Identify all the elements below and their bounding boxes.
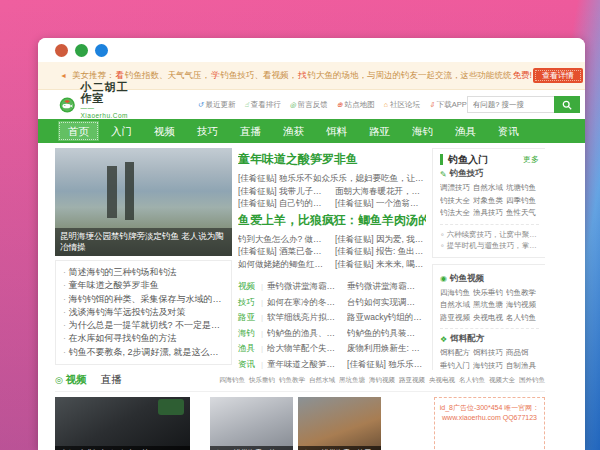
list-item[interactable]: 童年味道之酸笋罗非鱼: [63, 279, 224, 292]
news-link[interactable]: [佳肴征贴] 自己钓的鱼，就...: [238, 197, 329, 210]
channel-link[interactable]: 视频大全: [489, 376, 515, 385]
news-link[interactable]: 垂钓微讲堂海霸王第四...: [347, 279, 423, 295]
sidebar-link[interactable]: 饵料配方: [440, 347, 473, 360]
sidebar-link[interactable]: 垂钓入门: [440, 360, 473, 371]
channel-link[interactable]: 四海钓鱼: [219, 376, 245, 385]
list-item[interactable]: 简述海钓的三种钓场和钓法: [63, 266, 224, 279]
nav-item-news[interactable]: 资讯: [488, 121, 529, 141]
news-link[interactable]: [佳肴征贴] 因为爱, 我为家...: [335, 233, 426, 246]
more-link[interactable]: 更多: [523, 154, 539, 165]
sidebar-link[interactable]: 快乐垂钓: [473, 287, 506, 300]
news-link[interactable]: 钓到大鱼怎么办? 做个酸菜...: [238, 233, 329, 246]
news-link[interactable]: 童年味道之酸笋罗非鱼: [267, 357, 343, 371]
news-link[interactable]: [佳肴征贴] 酒菜已备好, 快...: [238, 245, 329, 258]
sidebar-link[interactable]: 名人钓鱼: [506, 312, 539, 325]
category-label-video[interactable]: 视频: [238, 279, 257, 295]
channel-link[interactable]: 海钓视频: [369, 376, 395, 385]
channel-link[interactable]: 路亚视频: [399, 376, 425, 385]
channel-link[interactable]: 钓鱼教学: [279, 376, 305, 385]
channel-link[interactable]: 黑坑鱼塘: [339, 376, 365, 385]
news-headline-1[interactable]: 童年味道之酸笋罗非鱼: [238, 152, 426, 167]
nav-item-video[interactable]: 视频: [144, 121, 185, 141]
nav-item-sea[interactable]: 海钓: [402, 121, 443, 141]
category-label-skills[interactable]: 技巧: [238, 295, 257, 311]
sidebar-link[interactable]: 商品饵: [506, 347, 539, 360]
news-link[interactable]: [佳肴征贴] 来来来, 喝完这...: [335, 258, 426, 271]
sidebar-link[interactable]: 海钓视频: [506, 299, 539, 312]
news-link[interactable]: [佳肴征贴] 独乐乐不如...: [347, 357, 423, 371]
nav-item-lure[interactable]: 路亚: [359, 121, 400, 141]
news-link[interactable]: [佳肴征贴] 一个渔翁一钓钩...: [335, 197, 426, 210]
link-recent-updates[interactable]: ↺最近更新: [198, 100, 236, 110]
ad-placeholder[interactable]: id_8广告位-300*454 唯一官网： www.xiaoerhu.com Q…: [434, 397, 545, 450]
sidebar-link[interactable]: 海钓技巧: [473, 360, 506, 371]
sidebar-link[interactable]: 自然水域: [440, 299, 473, 312]
news-link[interactable]: 如何做姥姥的鲫鱼红枣汤...: [238, 258, 329, 271]
channel-link[interactable]: 快乐垂钓: [249, 376, 275, 385]
sidebar-link[interactable]: 坑塘钓鱼: [506, 182, 539, 195]
nav-item-live[interactable]: 直播: [230, 121, 271, 141]
channel-link[interactable]: 自然水域: [309, 376, 335, 385]
list-item[interactable]: 海钓钓饵的种类、采集保存与水域的运用: [63, 293, 224, 306]
sidebar-article-link[interactable]: 六种续窝技巧，让窝中聚满鱼: [440, 229, 539, 241]
sidebar-link[interactable]: 路亚视频: [440, 312, 473, 325]
news-link[interactable]: 钓鲈鱼的钓具装备选用...: [347, 326, 423, 342]
news-link[interactable]: 废物利用焕新生: 小编...: [347, 341, 423, 357]
news-link[interactable]: 路亚wacky钓组的配置...: [347, 310, 423, 326]
search-button[interactable]: [554, 96, 580, 113]
notice-detail-button[interactable]: 查看详情: [533, 68, 583, 83]
channel-link[interactable]: 名人钓鱼: [459, 376, 485, 385]
nav-item-catch[interactable]: 渔获: [273, 121, 314, 141]
sidebar-link[interactable]: 渔具技巧: [473, 207, 506, 220]
news-link[interactable]: 台钓如何实现调四钓二...: [347, 295, 423, 311]
news-link[interactable]: 钓鲈鱼的渔具、饵料...: [267, 326, 343, 342]
list-item[interactable]: 在水库如何寻找钓鱼的方法: [63, 332, 224, 345]
video-card[interactable]: 垂钓微讲堂海霸王第五期 千...: [210, 397, 293, 450]
link-feedback[interactable]: ◎留言反馈: [290, 100, 328, 110]
sidebar-link[interactable]: 钓法大全: [440, 207, 473, 220]
sidebar-link[interactable]: 调漂技巧: [440, 182, 473, 195]
list-item[interactable]: 浅谈海钓海竿远投钓法及对策: [63, 306, 224, 319]
news-link[interactable]: [佳肴征贴] 我带儿子入坑之...: [238, 185, 329, 198]
sidebar-link[interactable]: 钓鱼教学: [506, 287, 539, 300]
sidebar-link[interactable]: 四季钓鱼: [506, 195, 539, 208]
nav-item-home[interactable]: 首页: [58, 121, 99, 141]
sidebar-link[interactable]: 黑坑鱼塘: [473, 299, 506, 312]
window-maximize-button[interactable]: [95, 44, 108, 57]
tab-live[interactable]: 直播: [101, 373, 122, 387]
window-minimize-button[interactable]: [75, 44, 88, 57]
news-link[interactable]: 如何在寒冷的冬天里钓...: [267, 295, 343, 311]
nav-item-beginner[interactable]: 入门: [101, 121, 142, 141]
search-input[interactable]: [467, 96, 554, 113]
link-download-app[interactable]: ⇩下载APP: [429, 100, 467, 110]
sidebar-article-link[interactable]: 提竿时机与遛鱼技巧，掌握好了才轻松: [440, 240, 539, 252]
news-link[interactable]: [佳肴征贴] 独乐乐不如众乐乐，媳妇要吃鱼，让她尝尝新厨艺: [238, 172, 426, 185]
sidebar-link[interactable]: 饵料技巧: [473, 347, 506, 360]
link-sitemap[interactable]: ⊕站点地图: [337, 100, 375, 110]
sidebar-link[interactable]: 央视电视: [473, 312, 506, 325]
link-rankings[interactable]: ☝查看排行: [244, 100, 280, 110]
video-card[interactable]: 垂钓微讲堂海霸王第四期 特...: [298, 397, 381, 450]
video-card[interactable]: 《垂钓宝典》冬季钓鲫鱼的技巧 [...: [55, 397, 190, 450]
link-forum[interactable]: ⌂社区论坛: [384, 100, 420, 110]
sidebar-link[interactable]: 鱼性天气: [506, 207, 539, 220]
nav-item-bait[interactable]: 饵料: [316, 121, 357, 141]
nav-item-skills[interactable]: 技巧: [187, 121, 228, 141]
channel-link[interactable]: 央视电视: [429, 376, 455, 385]
news-link[interactable]: 面朝大海春暖花开，最爱家...: [335, 185, 426, 198]
category-label-lure[interactable]: 路亚: [238, 310, 257, 326]
sidebar-link[interactable]: 自制渔具: [506, 360, 539, 371]
sidebar-link[interactable]: 对象鱼类: [473, 195, 506, 208]
category-label-sea[interactable]: 海钓: [238, 326, 257, 342]
sidebar-link[interactable]: 钓技大全: [440, 195, 473, 208]
sidebar-link[interactable]: 自然水域: [473, 182, 506, 195]
news-headline-2[interactable]: 鱼爱上羊，比狼疯狂：鲫鱼羊肉汤的做法: [238, 213, 426, 228]
nav-item-tackle[interactable]: 渔具: [445, 121, 486, 141]
category-label-news[interactable]: 资讯: [238, 357, 257, 371]
tab-video[interactable]: ◎ 视频: [55, 373, 87, 387]
sidebar-link[interactable]: 四海钓鱼: [440, 287, 473, 300]
window-close-button[interactable]: [55, 44, 68, 57]
news-link[interactable]: 垂钓微讲堂海霸王第五...: [267, 279, 343, 295]
news-link[interactable]: 软竿细线亮片拟饵路亚...: [267, 310, 343, 326]
channel-link[interactable]: 国外钓鱼: [519, 376, 545, 385]
